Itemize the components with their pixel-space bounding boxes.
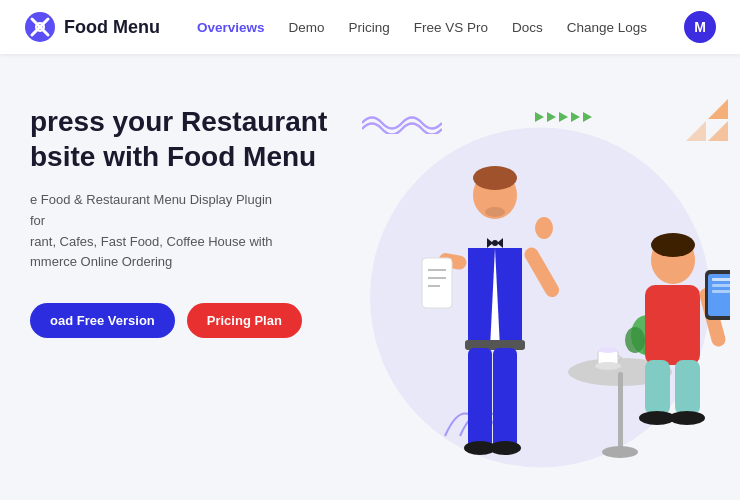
svg-marker-6 — [686, 121, 706, 141]
svg-rect-18 — [493, 348, 517, 448]
btn-free-version[interactable]: oad Free Version — [30, 303, 175, 338]
svg-point-9 — [485, 207, 505, 217]
hero-title: press your Restaurant bsite with Food Me… — [30, 104, 340, 174]
btn-pricing-plan[interactable]: Pricing Plan — [187, 303, 302, 338]
people-illustration — [350, 140, 730, 500]
svg-rect-50 — [712, 290, 730, 293]
logo-text: Food Menu — [64, 17, 160, 38]
arrow-decoration — [535, 112, 592, 122]
nav-link-pricing[interactable]: Pricing — [348, 20, 389, 35]
logo: Food Menu — [24, 11, 160, 43]
svg-point-36 — [625, 327, 645, 353]
svg-point-27 — [535, 217, 553, 239]
hero-content: press your Restaurant bsite with Food Me… — [0, 54, 340, 500]
svg-rect-41 — [645, 360, 670, 415]
svg-point-12 — [492, 240, 498, 246]
hero-description: e Food & Restaurant Menu Display Plugin … — [30, 190, 290, 273]
svg-rect-26 — [522, 245, 562, 300]
wavy-decoration — [362, 112, 442, 138]
svg-point-44 — [669, 411, 705, 425]
svg-rect-38 — [645, 285, 700, 365]
logo-icon — [24, 11, 56, 43]
nav-link-demo[interactable]: Demo — [288, 20, 324, 35]
hero-section: press your Restaurant bsite with Food Me… — [0, 54, 740, 500]
svg-point-20 — [489, 441, 521, 455]
svg-marker-4 — [708, 99, 728, 119]
svg-point-30 — [602, 446, 638, 458]
nav-link-changelogs[interactable]: Change Logs — [567, 20, 647, 35]
nav-link-docs[interactable]: Docs — [512, 20, 543, 35]
svg-rect-48 — [712, 278, 730, 281]
svg-point-32 — [598, 347, 618, 353]
svg-point-8 — [473, 166, 517, 190]
hero-illustration — [340, 54, 740, 500]
svg-rect-42 — [675, 360, 700, 415]
svg-rect-17 — [468, 348, 492, 448]
svg-rect-29 — [618, 372, 623, 452]
svg-point-40 — [651, 233, 695, 257]
svg-point-33 — [595, 362, 621, 370]
nav-avatar[interactable]: M — [684, 11, 716, 43]
navbar: Food Menu Overviews Demo Pricing Free VS… — [0, 0, 740, 54]
nav-link-free-vs-pro[interactable]: Free VS Pro — [414, 20, 488, 35]
hero-buttons: oad Free Version Pricing Plan — [30, 303, 340, 338]
nav-link-overviews[interactable]: Overviews — [197, 20, 265, 35]
svg-rect-49 — [712, 284, 730, 287]
svg-marker-5 — [708, 121, 728, 141]
svg-rect-22 — [422, 258, 452, 308]
nav-links: Overviews Demo Pricing Free VS Pro Docs … — [197, 20, 647, 35]
